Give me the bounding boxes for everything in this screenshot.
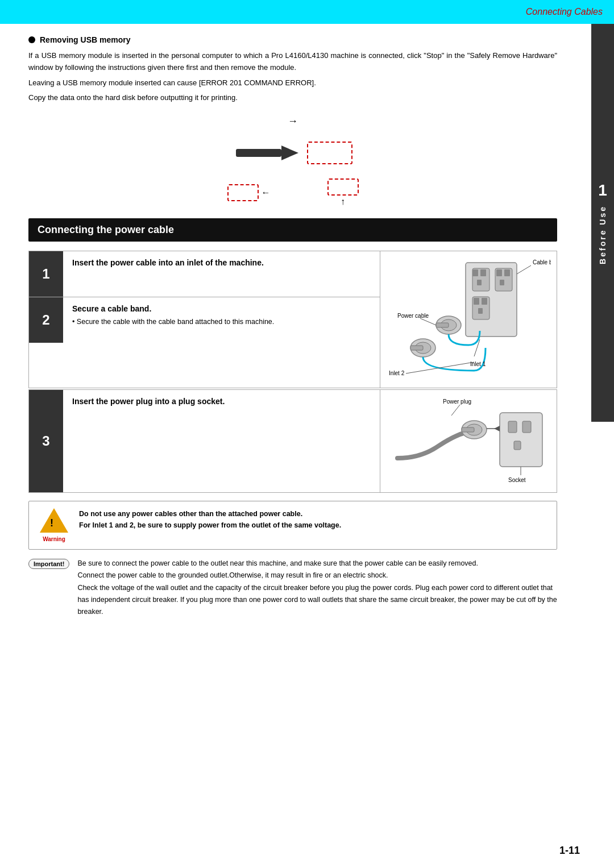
important-line-2: Connect the power cable to the grounded … <box>77 570 557 582</box>
svg-rect-12 <box>474 298 479 305</box>
step-2-body: • Secure the cable with the cable band a… <box>72 317 371 327</box>
step-1-content: Insert the power cable into an inlet of … <box>63 251 380 297</box>
usb-connector-svg <box>233 139 301 167</box>
plug-diagram-svg: Power plug Socket <box>386 396 551 487</box>
svg-rect-19 <box>436 323 449 327</box>
svg-line-27 <box>420 318 436 325</box>
svg-line-30 <box>451 405 460 416</box>
usb-paragraph1: If a USB memory module is inserted in th… <box>28 50 557 74</box>
warning-icon: ! Warning <box>37 508 71 542</box>
svg-rect-22 <box>410 346 423 350</box>
step-3-content: Insert the power plug into a plug socket… <box>63 390 380 492</box>
top-header-bar: Connecting Cables <box>0 0 614 24</box>
important-line-3: Check the voltage of the wall outlet and… <box>77 582 557 618</box>
main-content: Removing USB memory If a USB memory modu… <box>0 24 591 641</box>
step-2-title: Secure a cable band. <box>72 304 371 313</box>
warning-line-2: For Inlet 1 and 2, be sure to supply pow… <box>79 521 341 529</box>
usb-diagram: → ← ↑ <box>28 115 557 207</box>
svg-rect-13 <box>482 298 487 305</box>
svg-rect-34 <box>514 441 521 450</box>
usb-title-text: Removing USB memory <box>40 35 130 44</box>
svg-rect-8 <box>496 269 502 276</box>
svg-text:Inlet 2: Inlet 2 <box>389 370 405 376</box>
usb-paragraph2: Leaving a USB memory module inserted can… <box>28 77 557 89</box>
step-3-title: Insert the power plug into a plug socket… <box>72 397 371 406</box>
usb-port-dashed <box>307 142 352 164</box>
svg-text:Power cable: Power cable <box>397 313 429 319</box>
warning-line-1: Do not use any power cables other than t… <box>79 510 302 518</box>
chapter-sidebar: 1 Before Use <box>591 24 614 422</box>
chapter-number: 1 <box>598 181 607 200</box>
step-3-diagram: Power plug Socket <box>380 390 557 492</box>
step-3-number: 3 <box>29 390 63 492</box>
svg-rect-37 <box>462 427 474 432</box>
steps-1-2-diagram: Cable band Inlet 2 Inlet 1 Power cable <box>380 251 557 388</box>
warning-text-content: Do not use any power cables other than t… <box>79 508 341 531</box>
page-number: 1-11 <box>559 845 580 857</box>
usb-small-left <box>227 184 259 201</box>
svg-rect-6 <box>477 280 482 285</box>
bullet-icon <box>28 36 35 43</box>
usb-paragraph3: Copy the data onto the hard disk before … <box>28 92 557 104</box>
svg-rect-10 <box>500 280 504 285</box>
step-1-number: 1 <box>29 251 63 297</box>
svg-text:Power plug: Power plug <box>443 398 471 405</box>
svg-text:Cable band: Cable band <box>533 259 551 265</box>
svg-rect-9 <box>504 269 510 276</box>
power-cable-section-title: Connecting the power cable <box>28 218 557 242</box>
warning-label-text: Warning <box>43 536 65 542</box>
important-box: Important! Be sure to connect the power … <box>28 558 557 624</box>
usb-small-right <box>327 178 359 196</box>
svg-line-15 <box>517 265 531 274</box>
warning-box: ! Warning Do not use any power cables ot… <box>28 501 557 550</box>
step-3-left: 3 Insert the power plug into a plug sock… <box>29 390 380 492</box>
svg-text:Socket: Socket <box>508 477 526 483</box>
svg-rect-32 <box>508 421 517 433</box>
step-2-item: 2 Secure a cable band. • Secure the cabl… <box>29 297 380 343</box>
steps-1-2-left: 1 Insert the power cable into an inlet o… <box>29 251 380 388</box>
step-1-title: Insert the power cable into an inlet of … <box>72 258 371 267</box>
svg-rect-4 <box>472 269 478 276</box>
inlet-diagram-svg: Cable band Inlet 2 Inlet 1 Power cable <box>386 257 551 382</box>
step-2-content: Secure a cable band. • Secure the cable … <box>63 297 380 343</box>
steps-1-2-container: 1 Insert the power cable into an inlet o… <box>28 251 557 388</box>
svg-rect-5 <box>480 269 486 276</box>
important-badge: Important! <box>28 559 69 569</box>
chapter-label: Before Use <box>598 205 607 264</box>
important-line-1: Be sure to connect the power cable to th… <box>77 558 557 570</box>
svg-rect-33 <box>522 421 531 433</box>
svg-line-23 <box>406 362 474 373</box>
usb-section-title: Removing USB memory <box>28 35 557 44</box>
important-text-content: Be sure to connect the power cable to th… <box>77 558 557 618</box>
page-section-title: Connecting Cables <box>526 7 603 17</box>
svg-rect-14 <box>478 308 483 314</box>
svg-rect-0 <box>236 149 281 157</box>
svg-marker-1 <box>281 146 298 160</box>
svg-text:Inlet 1: Inlet 1 <box>470 361 486 367</box>
svg-rect-31 <box>500 413 542 467</box>
step-2-number: 2 <box>29 297 63 343</box>
step-1-item: 1 Insert the power cable into an inlet o… <box>29 251 380 297</box>
step-3-container: 3 Insert the power plug into a plug sock… <box>28 389 557 493</box>
